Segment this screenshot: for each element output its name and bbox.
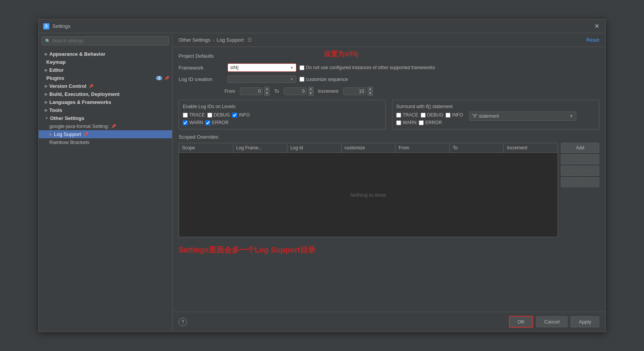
error-checkbox-2[interactable]	[419, 120, 424, 125]
arrow-icon: ▶	[45, 68, 48, 72]
to-input[interactable]	[284, 87, 307, 95]
breadcrumb-root: Other Settings	[179, 37, 210, 43]
col-increment: Increment	[504, 143, 558, 152]
increment-up-button[interactable]: ▲	[368, 87, 373, 91]
help-button[interactable]: ?	[179, 318, 187, 326]
info-checkbox-1[interactable]	[232, 113, 237, 118]
enable-log-levels-row-2: WARN ERROR	[183, 120, 382, 125]
to-down-button[interactable]: ▼	[308, 91, 314, 96]
surround-title: Surround with if() statement	[396, 104, 463, 109]
empty-table-text: Nothing to show	[350, 192, 386, 198]
info-checkbox-2[interactable]	[446, 113, 450, 118]
error-checkbox-1[interactable]	[205, 120, 210, 125]
sidebar-item-label: Tools	[49, 107, 62, 113]
table-body: Nothing to show	[179, 153, 558, 237]
search-input[interactable]	[52, 38, 166, 44]
add-button[interactable]: Add	[561, 143, 599, 153]
trace-checkbox-1[interactable]	[183, 113, 188, 118]
error-checkbox-label-1[interactable]: ERROR	[205, 120, 228, 125]
sidebar-item-editor[interactable]: ▶ Editor	[39, 66, 172, 74]
from-up-button[interactable]: ▲	[264, 87, 270, 91]
debug-checkbox-1[interactable]	[207, 113, 212, 118]
trace-checkbox-label-2[interactable]: TRACE	[396, 112, 418, 118]
arrow-icon: ▶	[45, 100, 48, 104]
to-spinner: ▲ ▼	[284, 87, 314, 96]
cancel-button[interactable]: Cancel	[536, 316, 568, 327]
annotation-1: 设置为slf4j	[324, 49, 358, 58]
info-label-2: INFO	[452, 112, 463, 118]
sidebar-item-version-control[interactable]: ▶ Version Control 📌	[39, 82, 172, 90]
breadcrumb-sep: ›	[213, 37, 214, 43]
if-statement-select[interactable]: "if" statement ▼	[469, 112, 576, 121]
increment-down-button[interactable]: ▼	[368, 91, 373, 96]
trace-checkbox-label-1[interactable]: TRACE	[183, 112, 205, 118]
increment-spinner: ▲ ▼	[343, 87, 373, 96]
trace-label-2: TRACE	[403, 112, 418, 118]
log-id-combo[interactable]: ▼	[228, 76, 296, 83]
from-spinner-buttons: ▲ ▼	[264, 87, 270, 96]
sidebar-item-label: Log Support	[54, 131, 81, 137]
sidebar-item-other-settings[interactable]: ▼ Other Settings	[39, 114, 172, 122]
move-up-button[interactable]: Move Up	[561, 154, 599, 164]
sidebar-item-label: Version Control	[49, 83, 86, 89]
framework-combo[interactable]: slf4j ▼	[228, 63, 296, 72]
sidebar-item-tools[interactable]: ▶ Tools	[39, 106, 172, 114]
info-checkbox-label-2[interactable]: INFO	[446, 112, 463, 118]
debug-label-1: DEBUG	[214, 112, 230, 118]
sidebar-item-rainbow[interactable]: Rainbow Brackets	[39, 138, 172, 146]
no-configure-checkbox-label[interactable]: Do not use configured instances of other…	[299, 65, 435, 70]
right-panel: Other Settings › Log Support ☰ Reset 设置为…	[172, 33, 605, 332]
customize-checkbox[interactable]	[299, 77, 304, 82]
error-label-1: ERROR	[212, 120, 228, 125]
remove-button[interactable]: Remove	[561, 177, 599, 187]
enable-log-ids-title: Enable Log IDs on Levels:	[183, 104, 382, 109]
error-checkbox-label-2[interactable]: ERROR	[419, 120, 442, 125]
arrow-icon: ▼	[45, 116, 49, 120]
close-button[interactable]: ✕	[593, 23, 601, 30]
warn-checkbox-1[interactable]	[183, 120, 188, 125]
increment-spinner-buttons: ▲ ▼	[368, 87, 373, 96]
info-checkbox-label-1[interactable]: INFO	[232, 112, 250, 118]
sidebar-item-log-support[interactable]: ▶ Log Support 📌	[39, 130, 172, 138]
pin-icon: 📌	[89, 84, 93, 88]
scoped-overrides-title: Scoped Overrides	[179, 134, 599, 140]
reset-button[interactable]: Reset	[586, 37, 599, 43]
pin-icon: 📌	[83, 132, 88, 136]
sidebar-item-appearance[interactable]: ▶ Appearance & Behavior	[39, 50, 172, 58]
debug-checkbox-2[interactable]	[421, 113, 426, 118]
customize-checkbox-label[interactable]: customize sequence	[299, 77, 348, 82]
to-spinner-buttons: ▲ ▼	[308, 87, 314, 96]
breadcrumb-current: Log Support	[216, 37, 244, 43]
ok-button[interactable]: OK	[509, 316, 533, 328]
sidebar-item-label: Build, Execution, Deployment	[49, 91, 119, 97]
move-down-button[interactable]: Move Down	[561, 166, 599, 176]
increment-input[interactable]	[343, 87, 366, 95]
apply-button[interactable]: Apply	[571, 316, 599, 327]
sidebar-item-build[interactable]: ▶ Build, Execution, Deployment	[39, 90, 172, 98]
warn-checkbox-label-2[interactable]: WARN	[396, 120, 416, 125]
no-configure-checkbox[interactable]	[299, 65, 304, 70]
debug-checkbox-label-1[interactable]: DEBUG	[207, 112, 230, 118]
from-spinner: ▲ ▼	[240, 87, 270, 96]
sidebar-item-keymap[interactable]: Keymap	[39, 58, 172, 66]
search-icon: 🔍	[45, 39, 50, 44]
to-up-button[interactable]: ▲	[308, 87, 314, 91]
sidebar-item-google-java[interactable]: google-java-format Setting: 📌	[39, 122, 172, 130]
arrow-icon: ▶	[45, 108, 48, 112]
sidebar-item-languages[interactable]: ▶ Languages & Frameworks	[39, 98, 172, 106]
sidebar-item-label: Editor	[49, 67, 64, 73]
sidebar-item-plugins[interactable]: Plugins 2 📌	[39, 74, 172, 82]
search-box[interactable]: 🔍	[42, 36, 169, 45]
if-statement-value: "if" statement	[472, 113, 569, 119]
pin-icon[interactable]: ☰	[247, 37, 252, 43]
surround-group: Surround with if() statement TRACE DEBUG	[392, 100, 599, 129]
trace-checkbox-2[interactable]	[396, 113, 401, 118]
from-down-button[interactable]: ▼	[264, 91, 270, 96]
log-id-row: Log ID creation ▼ customize sequence	[179, 76, 599, 83]
warn-checkbox-label-1[interactable]: WARN	[183, 120, 203, 125]
warn-checkbox-2[interactable]	[396, 120, 401, 125]
debug-checkbox-label-2[interactable]: DEBUG	[421, 112, 444, 118]
increment-label: Increment	[318, 89, 338, 94]
from-input[interactable]	[240, 87, 263, 95]
combo-arrow-icon: ▼	[290, 66, 294, 70]
